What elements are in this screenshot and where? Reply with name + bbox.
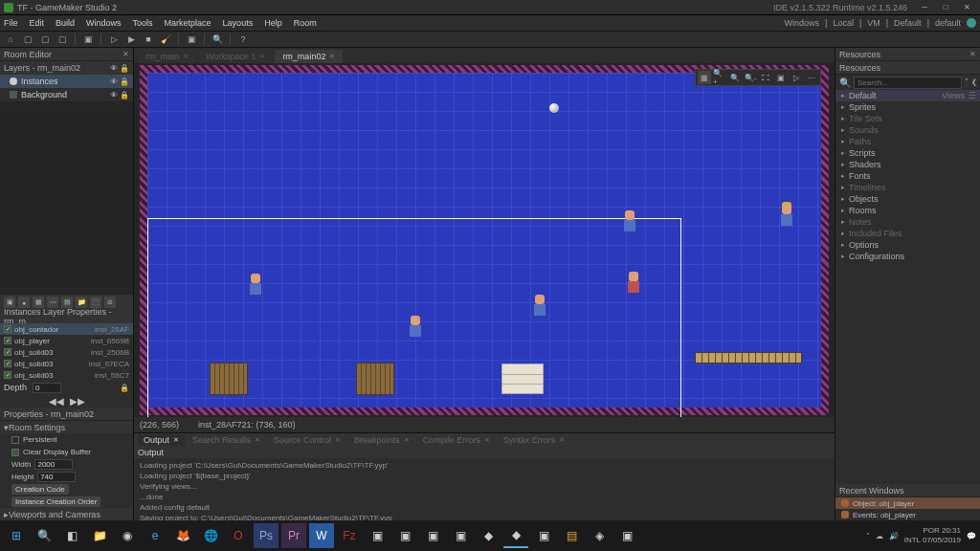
enemy-sprite[interactable] [626, 272, 641, 295]
zoom-button[interactable]: 🔍 [211, 33, 224, 46]
clock[interactable]: POR 20:31 INTL 07/05/2019 [904, 526, 961, 545]
app-button[interactable]: ▣ [420, 523, 445, 548]
resource-objects[interactable]: ▸Objects [835, 193, 980, 205]
docs-button[interactable]: ? [236, 33, 250, 46]
width-input[interactable] [34, 459, 73, 470]
resource-fonts[interactable]: ▸Fonts [835, 170, 980, 182]
player-sprite[interactable] [408, 316, 423, 339]
unity-button[interactable]: ◈ [587, 523, 612, 548]
target-local[interactable]: Local [833, 18, 854, 28]
resource-paths[interactable]: ▸Paths [835, 136, 980, 147]
default-view-row[interactable]: ▸Default Views ☰ [835, 90, 980, 101]
filezilla-button[interactable]: Fz [337, 523, 362, 548]
app-button[interactable]: ▣ [365, 523, 390, 548]
steam-button[interactable]: ◉ [115, 523, 140, 548]
resource-included[interactable]: ▸Included Files [835, 228, 980, 239]
minimize-button[interactable]: ─ [915, 2, 934, 13]
room-canvas[interactable] [140, 65, 829, 415]
save-button[interactable]: ▢ [56, 33, 69, 46]
output-body[interactable]: Loading project 'C:\Users\Gui\Documents\… [134, 458, 835, 520]
collapse-button[interactable]: ˅ [965, 77, 969, 88]
recent-item[interactable]: Object: obj_player [835, 497, 980, 509]
close-button[interactable]: ✕ [957, 2, 976, 13]
prev-button[interactable]: ❮ [971, 77, 977, 88]
tab-rm-main[interactable]: rm_main✕ [138, 50, 196, 63]
target-windows[interactable]: Windows [785, 18, 820, 28]
debug-run-button[interactable]: ▶ [124, 33, 138, 46]
canvas-area[interactable]: ▦ 🔍+ 🔍 🔍- ⛶ ▣ ▷ ⋯ [134, 63, 835, 417]
resource-configs[interactable]: ▸Configurations [835, 251, 980, 262]
scroll-right-icon[interactable]: ▶▶ [70, 396, 85, 407]
tab-rm-main02[interactable]: rm_main02✕ [275, 50, 343, 63]
persistent-checkbox[interactable] [11, 436, 19, 444]
menu-help[interactable]: Help [264, 18, 282, 28]
search-results-tab[interactable]: Search Results✕ [187, 434, 266, 446]
sublime-button[interactable]: ▤ [559, 523, 584, 548]
menu-build[interactable]: Build [56, 18, 75, 28]
creation-order-button[interactable]: Instance Creation Order [11, 496, 100, 507]
target-vm[interactable]: VM [867, 18, 880, 28]
app-button[interactable]: ▣ [392, 523, 417, 548]
instance-row[interactable]: ✓obj_playerinst_6569B [0, 335, 133, 346]
player-sprite[interactable] [248, 274, 263, 297]
player-sprite[interactable] [622, 210, 637, 233]
player-sprite[interactable] [532, 295, 547, 318]
search-button[interactable]: 🔍 [32, 523, 56, 548]
opera-button[interactable]: O [226, 523, 251, 548]
explorer-button[interactable]: 📁 [87, 523, 112, 548]
resource-rooms[interactable]: ▸Rooms [835, 205, 980, 216]
resource-options[interactable]: ▸Options [835, 239, 980, 251]
room-settings-section[interactable]: ▾ Room Settings [0, 421, 133, 433]
creation-code-button[interactable]: Creation Code [11, 484, 69, 495]
app-button[interactable]: ◆ [476, 523, 501, 548]
eye-icon[interactable]: 👁 🔒 [110, 91, 129, 99]
stop-button[interactable]: ■ [142, 33, 155, 46]
menu-room[interactable]: Room [294, 18, 317, 28]
resource-sprites[interactable]: ▸Sprites [835, 101, 980, 113]
app-button[interactable]: ▣ [448, 523, 473, 548]
expand-button[interactable]: ⛶ [759, 71, 772, 84]
instance-row[interactable]: ✓obj_solid03inst_58C7 [0, 369, 133, 381]
home-button[interactable]: ⌂ [4, 33, 17, 46]
breakpoints-tab[interactable]: Breakpoints✕ [348, 434, 415, 446]
syntax-errors-tab[interactable]: Syntax Errors✕ [498, 434, 571, 446]
menu-edit[interactable]: Edit [30, 18, 45, 28]
eye-icon[interactable]: 👁 🔒 [110, 77, 129, 86]
word-button[interactable]: W [309, 523, 334, 548]
task-view-button[interactable]: ◧ [59, 523, 84, 548]
photoshop-button[interactable]: Ps [254, 523, 278, 548]
close-icon[interactable]: ✕ [969, 50, 976, 58]
menu-layouts[interactable]: Layouts [223, 18, 254, 28]
notifications-icon[interactable]: 💬 [967, 532, 976, 540]
zoom-reset-button[interactable]: 🔍 [728, 71, 742, 84]
system-tray[interactable]: ˄ ☁ 🔊 POR 20:31 INTL 07/05/2019 💬 [866, 526, 976, 545]
maximize-button[interactable]: □ [936, 2, 955, 13]
premiere-button[interactable]: Pr [281, 523, 306, 548]
resource-tilesets[interactable]: ▸Tile Sets [835, 113, 980, 124]
ball-sprite[interactable] [549, 103, 559, 113]
grid-button[interactable]: ▦ [698, 71, 711, 84]
menu-windows[interactable]: Windows [86, 18, 122, 28]
layer-background[interactable]: Background 👁 🔒 [0, 88, 133, 101]
output-tab[interactable]: Output✕ [138, 434, 185, 446]
instance-row[interactable]: ✓obj_solid03inst_67ECA [0, 358, 133, 369]
toggle-button[interactable]: ▣ [774, 71, 788, 84]
source-control-tab[interactable]: Source Control✕ [268, 434, 346, 446]
menu-button[interactable]: ⋯ [805, 71, 818, 84]
menu-file[interactable]: File [4, 18, 18, 28]
menu-marketplace[interactable]: Marketplace [165, 18, 212, 28]
lock-icon[interactable]: 🔒 [120, 384, 129, 392]
create-exe-button[interactable]: ▣ [185, 33, 198, 46]
edge-button[interactable]: e [143, 523, 167, 548]
target-default[interactable]: Default [894, 18, 922, 28]
resource-sounds[interactable]: ▸Sounds [835, 124, 980, 136]
run-button[interactable]: ▷ [107, 33, 121, 46]
clean-button[interactable]: 🧹 [159, 33, 172, 46]
app-button[interactable]: ▣ [531, 523, 556, 548]
platform-object[interactable] [695, 352, 802, 364]
resource-notes[interactable]: ▸Notes [835, 216, 980, 228]
recent-item[interactable]: Events: obj_player [835, 509, 980, 520]
zoom-in-button[interactable]: 🔍+ [713, 71, 726, 84]
clear-display-checkbox[interactable] [11, 449, 19, 456]
target-config[interactable]: default [935, 18, 961, 28]
